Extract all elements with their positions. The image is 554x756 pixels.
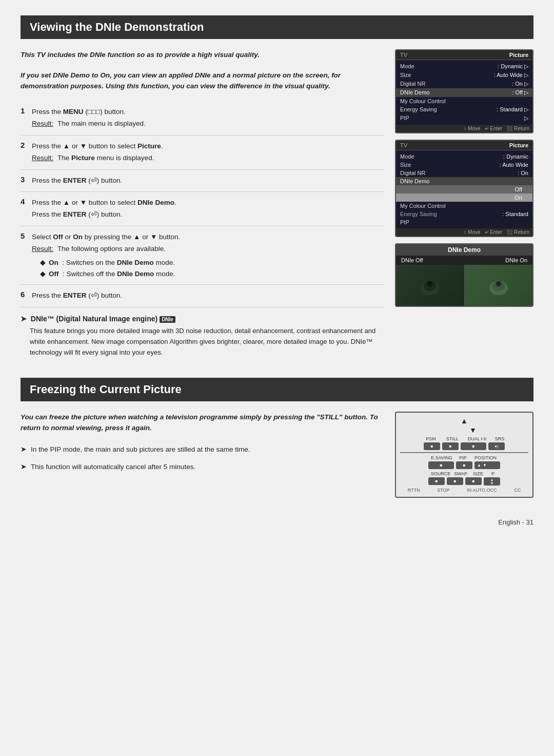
section1-left: This TV includes the DNIe function so as… [21,49,385,362]
tv-label-2: TV [400,142,407,148]
remote-row2-btns: ■ ■ ▲▼ [400,461,528,469]
tv-row: PIP▷ [396,114,532,123]
btn-still[interactable]: ■ [442,442,459,450]
note-title: ➤ DNIe™ (Digital Natural Image engine) D… [21,315,385,323]
page-number: English - 31 [498,518,533,526]
remote-label-size: SIZE [470,471,486,476]
remote-nav: ▲ ◄ ▼ [400,417,528,434]
btn-srs[interactable]: ●) [488,442,505,450]
tv-footer-1: ↕ Move↵ Enter⬛ Return [396,125,532,132]
label-cc: CC [514,488,521,493]
picture-label-2: Picture [509,142,528,148]
tv-row-dnie: DNIe Demo [396,177,532,185]
tv-screen-2: TV Picture Mode: Dynamic Size: Auto Wide… [395,140,533,237]
remote-label-position: POSITION [473,455,499,460]
tv-row: Digital NR: On [396,169,532,177]
tv-popup-off: Off [396,185,532,193]
dnie-off-label: DNIe Off [401,257,423,263]
svg-point-5 [496,281,501,286]
remote-row3-btns: ■ ■ ■ ▲ ▼ [400,477,528,486]
tv-screen-1-header: TV Picture [396,50,532,60]
intro-paragraph2: If you set DNIe Demo to On, you can view… [21,70,385,92]
step-row-1: 1 Press the MENU (□□□) button. Result: T… [21,101,385,135]
remote-label-still: STILL [443,436,462,441]
remote-separator [400,452,528,453]
tv-screen-2-header: TV Picture [396,141,532,150]
section1: Viewing the DNIe Demonstration This TV i… [21,15,533,362]
tv-row: Size: Auto Wide [396,161,532,169]
section1-right: TV Picture Mode: Dynamic ▷ Size: Auto Wi… [395,49,533,362]
step-num-3: 3 [21,169,32,192]
step-row-6: 6 Press the ENTER (⏎) button. [21,285,385,307]
remote-label-srs: SRS [492,436,507,441]
tv-row: My Colour Control [396,97,532,105]
remote-label-psm: PSM [421,436,441,441]
remote-row3-labels: SOURCE SWAP SIZE P [400,471,528,476]
bullet-on: ◆ On : Switches on the DNIe Demo mode. [40,257,385,268]
result-label-2: Result: [32,152,53,164]
remote-area: ▲ ◄ ▼ PSM STILL DUAL I-II SRS ■ [395,412,533,498]
btn-esaving[interactable]: ■ [428,461,454,469]
step-row-2: 2 Press the ▲ or ▼ button to select Pict… [21,135,385,169]
tv-footer-2: ↕ Move↵ Enter⬛ Return [396,228,532,236]
btn-source[interactable]: ■ [428,477,445,485]
arrow-icon-1: ➤ [21,444,27,455]
note-text-1: In the PIP mode, the main and sub pictur… [31,444,250,455]
btn-size[interactable]: ■ [465,477,482,485]
bullet-off: ◆ Off : Switches off the DNIe Demo mode. [40,268,385,280]
step-num-2: 2 [21,135,32,169]
btn-psm[interactable]: ■ [424,442,440,450]
section2-note-1: ➤ In the PIP mode, the main and sub pict… [21,444,385,455]
step-row-4: 4 Press the ▲ or ▼ button to select DNIe… [21,192,385,226]
result-text-1: The main menu is displayed. [57,118,146,130]
tv-popup-on: On [396,193,532,202]
result-text-2: The Picture menu is displayed. [57,152,154,164]
section2-intro: You can freeze the picture when watching… [21,412,385,434]
remote-label-p: P [488,471,498,476]
section2-note-2: ➤ This function will automatically cance… [21,461,385,473]
tv-label-1: TV [400,52,407,58]
tv-row: PIP [396,218,532,226]
step-num-1: 1 [21,101,32,135]
picture-label-1: Picture [509,52,528,58]
section1-title: Viewing the DNIe Demonstration [21,15,533,39]
note-body: This feature brings you more detailed im… [30,326,385,358]
page-footer: English - 31 [21,518,533,526]
tv-row: Size: Auto Wide ▷ [396,71,532,80]
dnie-on-half [465,265,533,306]
dnie-off-half [396,265,465,306]
section2-left: You can freeze the picture when watching… [21,412,385,498]
result-text-5: The following options are available. [57,243,166,255]
dnie-note: ➤ DNIe™ (Digital Natural Image engine) D… [21,315,385,358]
step-content-4: Press the ▲ or ▼ button to select DNIe D… [32,192,385,226]
tv-row: Digital NR: On ▷ [396,80,532,88]
step-row-5: 5 Select Off or On by pressing the ▲ or … [21,226,385,285]
step-content-3: Press the ENTER (⏎) button. [32,169,385,192]
section2: Freezing the Current Picture You can fre… [21,378,533,498]
result-label: Result: [32,118,53,130]
step-num-4: 4 [21,192,32,226]
note-text-2: This function will automatically cancel … [31,461,195,473]
arrow-icon-2: ➤ [21,461,27,473]
btn-swap[interactable]: ■ [447,477,463,485]
btn-position[interactable]: ▲▼ [474,461,500,469]
remote-row1-btns: ■ ■ ■ ●) [400,442,528,450]
tv-content-2: Mode: Dynamic Size: Auto Wide Digital NR… [396,150,532,228]
remote-bottom-labels: RTTN STOP IN AUTO OCC CC [400,488,528,493]
step-content-5: Select Off or On by pressing the ▲ or ▼ … [32,226,385,285]
dnie-demo-image [396,265,532,306]
remote-label-source: SOURCE [430,471,451,476]
tv-row: Mode: Dynamic [396,152,532,161]
btn-p[interactable]: ▲ ▼ [484,477,500,486]
tv-row: Energy Saving: Standard ▷ [396,105,532,114]
remote-row2-labels: E.SAVING PIP POSITION [400,455,528,460]
btn-pip[interactable]: ■ [456,461,472,469]
remote-label-pip: PIP [456,455,471,460]
dnie-on-label: DNIe On [505,257,527,263]
nav-up-icon: ▲ [461,417,468,425]
step-content-2: Press the ▲ or ▼ button to select Pictur… [32,135,385,169]
dnie-demo-box: DNIe Demo DNIe Off DNIe On [395,243,533,307]
tv-row: Energy Saving: Standard [396,210,532,218]
label-rttn: RTTN [408,488,420,493]
btn-dual[interactable]: ■ [461,442,486,450]
